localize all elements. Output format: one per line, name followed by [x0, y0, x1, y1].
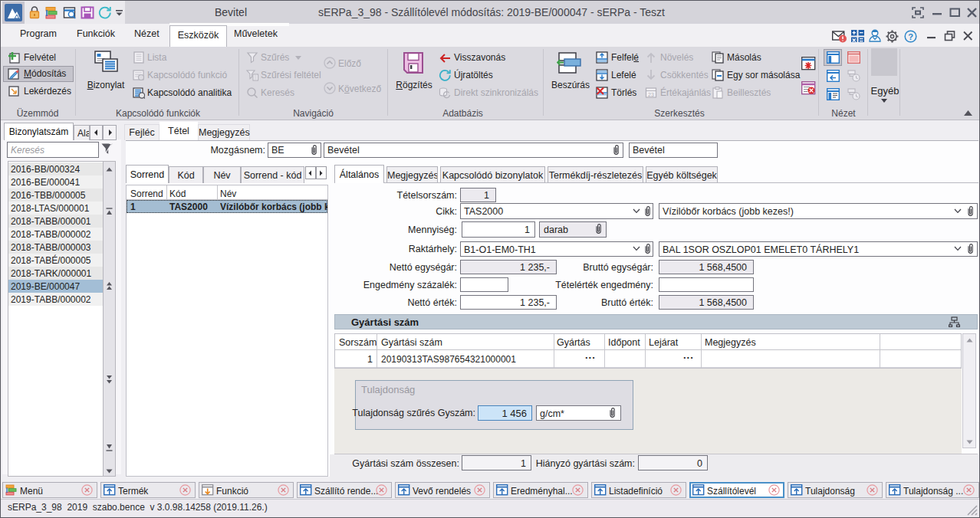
- svg-text:23: 23: [648, 92, 654, 97]
- svg-text:?: ?: [908, 32, 913, 41]
